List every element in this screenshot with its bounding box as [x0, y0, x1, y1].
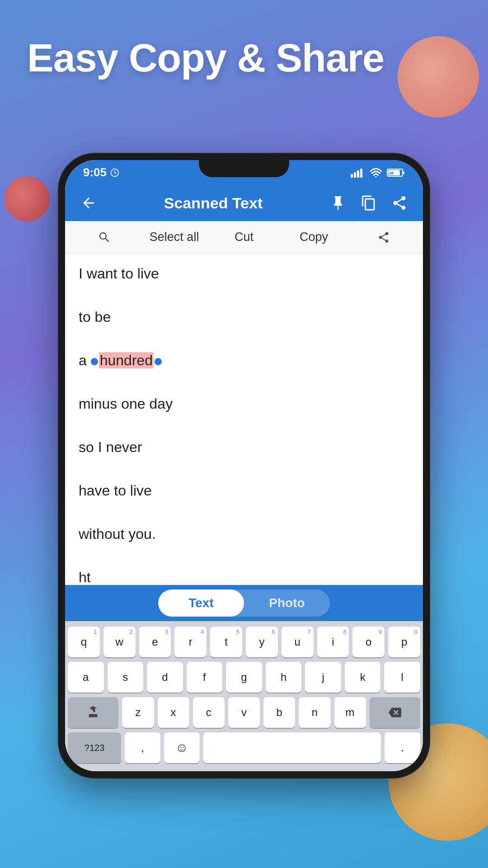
- key-b[interactable]: b: [263, 697, 295, 728]
- phone-frame: 9:05: [59, 154, 429, 778]
- cursor-right: [155, 358, 162, 365]
- key-i[interactable]: i8: [317, 627, 349, 657]
- selected-text: hundred: [99, 352, 154, 368]
- app-bar-title: Scanned Text: [108, 194, 318, 212]
- wifi-icon: [370, 168, 382, 178]
- svg-rect-3: [357, 170, 359, 178]
- key-l[interactable]: l: [384, 662, 420, 693]
- key-emoji[interactable]: ☺: [164, 732, 200, 763]
- signal-icon: [351, 168, 365, 178]
- delete-icon: [389, 706, 401, 719]
- svg-rect-1: [351, 174, 353, 178]
- key-m[interactable]: m: [334, 697, 366, 728]
- text-content-area[interactable]: I want to live to be a hundred minus one…: [65, 254, 423, 585]
- keyboard: q1 w2 e3 r4 t5 y6 u7 i8 o9 p0 a s d f g …: [65, 621, 423, 771]
- svg-rect-2: [354, 172, 356, 178]
- keyboard-row-1: q1 w2 e3 r4 t5 y6 u7 i8 o9 p0: [68, 627, 420, 657]
- key-g[interactable]: g: [226, 662, 262, 693]
- status-icons: 48: [351, 168, 405, 178]
- key-y[interactable]: y6: [246, 627, 278, 657]
- key-shift[interactable]: [68, 697, 118, 728]
- back-button[interactable]: [78, 192, 99, 214]
- share-toolbar-button[interactable]: [349, 221, 418, 253]
- decorative-blob-mid-left: [5, 176, 50, 222]
- text-line-4: minus one day: [79, 393, 409, 415]
- svg-text:48: 48: [389, 171, 394, 175]
- key-d[interactable]: d: [147, 662, 183, 693]
- copy-button-header[interactable]: [358, 192, 380, 214]
- key-period[interactable]: .: [385, 732, 420, 763]
- keyboard-row-3: z x c v b n m: [68, 697, 420, 728]
- svg-point-5: [375, 176, 376, 177]
- svg-rect-7: [403, 171, 404, 174]
- app-bar: Scanned Text: [65, 185, 423, 221]
- key-f[interactable]: f: [187, 662, 223, 693]
- text-line-3: a hundred: [79, 349, 409, 371]
- key-n[interactable]: n: [299, 697, 330, 728]
- key-h[interactable]: h: [266, 662, 302, 693]
- tab-photo[interactable]: Photo: [244, 590, 330, 617]
- pin-button[interactable]: [327, 192, 349, 214]
- notch: [199, 160, 289, 177]
- share-icon: [377, 231, 390, 244]
- tab-bar: Text Photo: [65, 585, 423, 621]
- clock-icon: [110, 168, 119, 177]
- key-p[interactable]: p0: [388, 627, 420, 657]
- key-comma[interactable]: ,: [125, 732, 160, 763]
- key-v[interactable]: v: [228, 697, 260, 728]
- hero-title: Easy Copy & Share: [27, 36, 461, 80]
- text-line-8: ht: [79, 566, 409, 585]
- key-numeric[interactable]: ?123: [68, 732, 121, 763]
- keyboard-row-2: a s d f g h j k l: [68, 662, 420, 693]
- text-line-5: so I never: [79, 436, 409, 458]
- key-s[interactable]: s: [108, 662, 144, 693]
- key-a[interactable]: a: [68, 662, 104, 693]
- copy-toolbar-button[interactable]: Copy: [279, 221, 348, 253]
- key-w[interactable]: w2: [103, 627, 136, 657]
- phone-screen: 9:05: [65, 160, 423, 771]
- select-all-button[interactable]: Select all: [139, 221, 209, 253]
- text-line-6: have to live: [79, 480, 409, 501]
- cut-button[interactable]: Cut: [209, 221, 279, 253]
- key-r[interactable]: r4: [174, 627, 206, 657]
- text-line-7: without you.: [79, 523, 409, 545]
- text-line-1: I want to live: [79, 263, 409, 284]
- key-c[interactable]: c: [193, 697, 225, 728]
- key-x[interactable]: x: [158, 697, 189, 728]
- status-time: 9:05: [83, 165, 119, 179]
- search-icon: [98, 231, 111, 244]
- cursor-left: [91, 358, 98, 365]
- key-z[interactable]: z: [122, 697, 154, 728]
- key-j[interactable]: j: [305, 662, 341, 693]
- battery-icon: 48: [387, 168, 405, 178]
- key-space[interactable]: [203, 732, 381, 763]
- key-o[interactable]: o9: [352, 627, 385, 657]
- context-toolbar: Select all Cut Copy: [65, 221, 423, 254]
- share-button-header[interactable]: [389, 192, 410, 214]
- key-u[interactable]: u7: [282, 627, 314, 657]
- keyboard-row-4: ?123 , ☺ .: [68, 732, 420, 763]
- status-bar: 9:05: [65, 160, 423, 185]
- key-t[interactable]: t5: [210, 627, 242, 657]
- search-toolbar-button[interactable]: [70, 221, 139, 253]
- tab-text[interactable]: Text: [158, 590, 244, 617]
- key-q[interactable]: q1: [68, 627, 100, 657]
- key-delete[interactable]: [370, 697, 420, 728]
- key-e[interactable]: e3: [139, 627, 171, 657]
- svg-rect-4: [360, 169, 362, 178]
- shift-icon: [87, 706, 99, 719]
- tab-container: Text Photo: [158, 590, 330, 617]
- text-line-2: to be: [79, 306, 409, 328]
- key-k[interactable]: k: [345, 662, 381, 693]
